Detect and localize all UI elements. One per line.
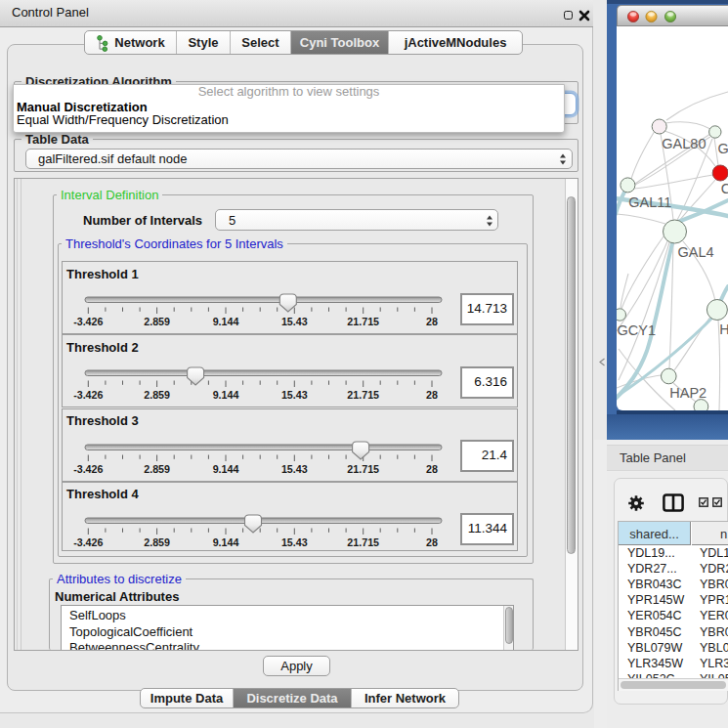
- svg-text:GAL11: GAL11: [628, 194, 671, 210]
- svg-text:-3.426: -3.426: [73, 463, 103, 475]
- svg-text:9.144: 9.144: [213, 463, 239, 475]
- svg-text:-3.426: -3.426: [73, 316, 103, 327]
- svg-text:2.859: 2.859: [144, 536, 170, 548]
- svg-text:2.859: 2.859: [144, 316, 170, 327]
- svg-text:21.715: 21.715: [347, 316, 379, 327]
- svg-text:9.144: 9.144: [213, 389, 239, 401]
- svg-text:H: H: [719, 321, 728, 337]
- svg-text:21.715: 21.715: [347, 389, 379, 401]
- svg-text:15.43: 15.43: [281, 536, 308, 548]
- svg-text:GCY1: GCY1: [618, 322, 657, 338]
- svg-text:2.859: 2.859: [144, 389, 170, 401]
- svg-text:HAP2: HAP2: [669, 385, 707, 401]
- svg-text:28: 28: [426, 536, 438, 548]
- svg-text:-3.426: -3.426: [73, 389, 103, 401]
- svg-text:9.144: 9.144: [213, 316, 239, 327]
- svg-text:G.: G.: [718, 141, 728, 156]
- svg-text:-3.426: -3.426: [73, 536, 103, 548]
- svg-text:28: 28: [426, 463, 438, 475]
- svg-text:28: 28: [426, 389, 438, 401]
- svg-text:15.43: 15.43: [281, 463, 308, 475]
- svg-text:21.715: 21.715: [347, 463, 379, 475]
- svg-text:2.859: 2.859: [144, 463, 170, 475]
- svg-text:15.43: 15.43: [281, 389, 308, 401]
- svg-text:28: 28: [426, 316, 438, 327]
- svg-text:GAL4: GAL4: [678, 244, 714, 260]
- svg-text:GAL80: GAL80: [662, 136, 706, 151]
- svg-text:21.715: 21.715: [347, 536, 379, 548]
- svg-text:15.43: 15.43: [281, 316, 308, 327]
- svg-text:9.144: 9.144: [213, 536, 239, 548]
- svg-text:C: C: [721, 181, 728, 196]
